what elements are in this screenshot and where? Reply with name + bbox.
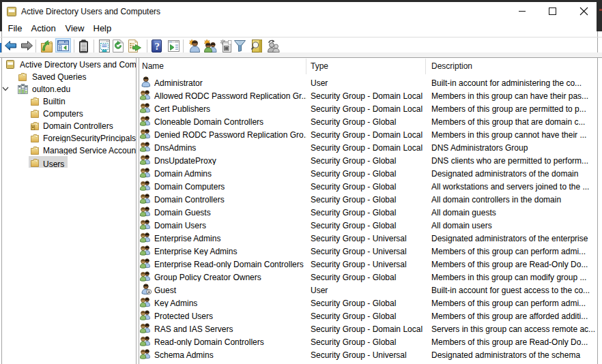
svg-text:?: ? bbox=[154, 41, 160, 52]
